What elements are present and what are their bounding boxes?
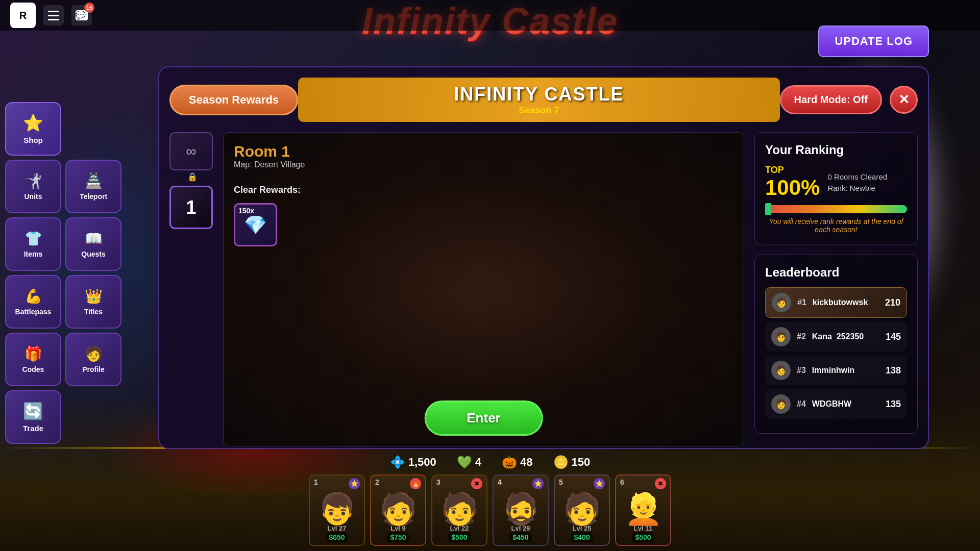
leaderboard-item: 🧑 #4 WDGBHW 135 xyxy=(765,389,907,419)
currency-diamonds: 💚 4 xyxy=(457,455,481,469)
lb-name: WDGBHW xyxy=(812,399,879,409)
lb-rank: #2 xyxy=(797,332,806,341)
unit-slots: 1 ⭐ 👦 Lvl 27 $650 2 🔥 🧑 Lvl 9 $750 3 ✖ 🧑… xyxy=(309,474,671,546)
sidebar-item-trade[interactable]: 🔄 Trade xyxy=(5,390,61,444)
unit-slot[interactable]: 1 ⭐ 👦 Lvl 27 $650 xyxy=(309,474,365,546)
chat-button[interactable]: 💬 15 xyxy=(71,5,92,26)
your-ranking-section: Your Ranking TOP 100% 0 Rooms Cleared Ra… xyxy=(754,132,918,244)
room-info-panel: Room 1 Map: Desert Village Clear Rewards… xyxy=(223,132,744,446)
close-button[interactable]: ✕ xyxy=(890,86,918,114)
leaderboard-title: Leaderboard xyxy=(765,265,907,280)
rank-rewards-note: You will receive rank rewards at the end… xyxy=(765,217,907,234)
unit-badge: ⭐ xyxy=(594,478,605,489)
sidebar-item-battlepass[interactable]: 💪 Battlepass xyxy=(5,275,61,329)
stars-icon: 🪙 xyxy=(553,455,569,469)
gem-icon: 💎 xyxy=(244,214,267,236)
shop-label: Shop xyxy=(23,136,43,144)
unit-slot-number: 1 xyxy=(314,478,318,486)
ranking-top-block: TOP 100% xyxy=(765,165,820,200)
unit-slot-number: 2 xyxy=(375,478,379,486)
diamonds-icon: 💚 xyxy=(457,455,472,469)
room-number: 1 xyxy=(186,197,196,218)
lb-name: Kana_252350 xyxy=(812,332,879,341)
unit-slot-number: 6 xyxy=(620,478,624,486)
rank-bar xyxy=(765,205,907,213)
unit-slot[interactable]: 2 🔥 🧑 Lvl 9 $750 xyxy=(370,474,426,546)
unit-level: Lvl 9 xyxy=(390,524,406,532)
codes-label: Codes xyxy=(22,365,44,373)
sidebar-item-codes[interactable]: 🎁 Codes xyxy=(5,333,61,386)
sidebar-item-teleport[interactable]: 🏯 Teleport xyxy=(65,160,121,213)
gems-icon: 💠 xyxy=(390,455,405,469)
unit-price: $500 xyxy=(448,532,470,542)
unit-slot[interactable]: 4 ⭐ 🧔 Lvl 29 $450 xyxy=(493,474,549,546)
battlepass-icon: 💪 xyxy=(24,288,42,305)
room-infinity-button[interactable]: ∞ xyxy=(169,132,213,170)
menu-button[interactable] xyxy=(43,5,64,26)
hard-mode-button[interactable]: Hard Mode: Off xyxy=(780,85,882,114)
reward-count: 150x xyxy=(238,207,254,215)
chat-badge: 15 xyxy=(84,3,94,13)
enter-button[interactable]: Enter xyxy=(424,400,543,436)
top-percent: 100% xyxy=(765,176,820,200)
units-label: Units xyxy=(24,192,42,201)
ranking-top-row: TOP 100% 0 Rooms Cleared Rank: Newbie xyxy=(765,165,907,200)
unit-badge: ✖ xyxy=(655,478,666,489)
modal-title: INFINITY CASTLE Season 7 xyxy=(298,78,779,122)
leaderboard-item: 🧑 #1 kickbutowwsk 210 xyxy=(765,287,907,318)
room-map: Map: Desert Village xyxy=(234,160,733,169)
sidebar-item-titles[interactable]: 👑 Titles xyxy=(65,275,121,329)
currency-stars: 🪙 150 xyxy=(553,455,591,469)
sidebar-row-3: 💪 Battlepass 👑 Titles xyxy=(5,275,121,329)
unit-figure: 🧑 xyxy=(563,494,601,524)
leaderboard-item: 🧑 #2 Kana_252350 145 xyxy=(765,322,907,352)
titles-label: Titles xyxy=(84,308,103,316)
unit-figure: 🧔 xyxy=(502,494,540,524)
currency-row: 💠 1,500 💚 4 🎃 48 🪙 150 xyxy=(390,455,591,469)
sidebar-item-shop[interactable]: ⭐ Shop xyxy=(5,102,61,156)
rank-bar-indicator xyxy=(765,203,771,215)
unit-figure: 👦 xyxy=(318,494,356,524)
profile-label: Profile xyxy=(82,365,105,373)
room-number-button[interactable]: 1 xyxy=(169,186,213,229)
titles-icon: 👑 xyxy=(85,288,103,305)
room-content: Room 1 Map: Desert Village Clear Rewards… xyxy=(234,143,733,246)
unit-slot[interactable]: 6 ✖ 👱 Lvl 11 $500 xyxy=(615,474,671,546)
unit-figure: 🧑 xyxy=(440,494,479,524)
unit-slot-number: 4 xyxy=(498,478,502,486)
currency-coins: 🎃 48 xyxy=(502,455,532,469)
reward-item[interactable]: 150x 💎 xyxy=(234,203,277,246)
unit-slot[interactable]: 5 ⭐ 🧑 Lvl 25 $400 xyxy=(554,474,610,546)
leaderboard-item: 🧑 #3 Imminhwin 138 xyxy=(765,356,907,385)
lb-avatar: 🧑 xyxy=(771,327,791,346)
leaderboard-section: Leaderboard 🧑 #1 kickbutowwsk 210 🧑 #2 K… xyxy=(754,255,918,434)
gems-value: 1,500 xyxy=(408,456,436,469)
update-log-button[interactable]: UPDATE LOG xyxy=(818,26,929,57)
sidebar-item-quests[interactable]: 📖 Quests xyxy=(65,217,121,271)
top-label: TOP xyxy=(765,165,820,176)
lb-avatar: 🧑 xyxy=(771,361,791,380)
lb-avatar: 🧑 xyxy=(771,394,791,414)
coins-value: 48 xyxy=(520,456,532,469)
quests-icon: 📖 xyxy=(85,230,103,247)
items-label: Items xyxy=(24,250,43,258)
sidebar-item-units[interactable]: 🤺 Units xyxy=(5,160,61,213)
unit-level: Lvl 29 xyxy=(511,524,530,532)
unit-price: $750 xyxy=(387,532,409,542)
lb-name: Imminhwin xyxy=(812,366,879,375)
codes-icon: 🎁 xyxy=(24,345,42,362)
leaderboard-entries: 🧑 #1 kickbutowwsk 210 🧑 #2 Kana_252350 1… xyxy=(765,287,907,419)
units-icon: 🤺 xyxy=(24,172,42,189)
lb-rank: #1 xyxy=(797,298,806,307)
unit-badge: ⭐ xyxy=(532,478,544,489)
infinity-castle-subtitle: Season 7 xyxy=(324,105,754,116)
profile-icon: 🧑 xyxy=(85,345,103,362)
unit-slot[interactable]: 3 ✖ 🧑 Lvl 22 $500 xyxy=(431,474,487,546)
roblox-logo[interactable]: R xyxy=(10,3,36,28)
season-rewards-button[interactable]: Season Rewards xyxy=(169,85,298,115)
unit-slot-number: 5 xyxy=(559,478,563,486)
stars-value: 150 xyxy=(572,456,591,469)
sidebar-item-items[interactable]: 👕 Items xyxy=(5,217,61,271)
teleport-icon: 🏯 xyxy=(85,172,103,189)
sidebar-item-profile[interactable]: 🧑 Profile xyxy=(65,333,121,386)
